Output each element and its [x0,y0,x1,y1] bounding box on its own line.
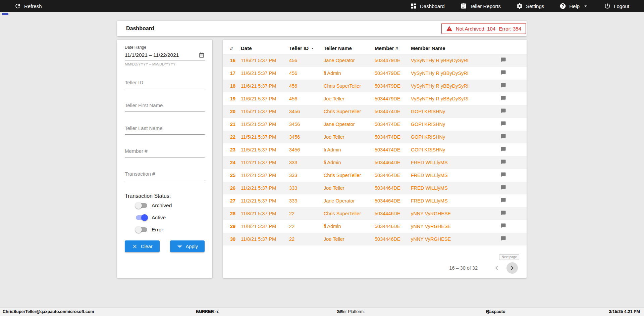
table-row[interactable]: 25 11/2/21 5:37 PM 333 Chris SuperTeller… [223,169,527,182]
note-icon[interactable] [500,95,506,101]
table-row[interactable]: 27 11/2/21 5:37 PM 333 Jane Operator 503… [223,194,527,207]
row-member-number: 5034446DE [375,233,411,245]
table-row[interactable]: 19 11/6/21 5:37 PM 456 Joe Teller 503447… [223,92,527,105]
toggle-active[interactable]: Active [125,212,205,223]
note-icon[interactable] [500,236,506,241]
row-teller-name: Jane Operator [324,194,375,207]
row-teller-id: 333 [289,182,324,194]
transaction-status-label: Transaction Status: [125,193,205,199]
row-member-number: 5034446DE [375,207,411,220]
row-member-number: 5034464DE [375,169,411,182]
row-number: 21 [223,118,241,131]
row-member-name: GOPI KRISHNy [411,131,500,143]
table-row[interactable]: 21 11/5/21 5:37 PM 3456 Jane Operator 50… [223,118,527,131]
sort-arrow-icon[interactable] [309,45,316,51]
chevron-right-icon [508,264,517,272]
table-row[interactable]: 28 11/8/21 5:37 PM 22 Chris SuperTeller … [223,207,527,220]
calendar-icon[interactable] [199,52,205,58]
archived-switch[interactable] [136,203,147,208]
table-row[interactable]: 29 11/8/21 5:37 PM 22 fi Admin 5034446DE… [223,220,527,233]
page-title: Dashboard [126,26,154,32]
nav-dashboard[interactable]: Dashboard [408,2,446,10]
note-icon[interactable] [500,121,506,127]
row-number: 19 [223,92,241,105]
active-switch[interactable] [136,215,147,220]
date-range-value: 11/1/2021 – 11/22/2021 [125,52,179,58]
note-icon[interactable] [500,57,506,63]
row-date: 11/2/21 5:37 PM [241,182,289,194]
row-member-name: FRED WILLlyMS [411,156,500,169]
table-row[interactable]: 26 11/2/21 5:37 PM 333 Joe Teller 503446… [223,182,527,194]
table-row[interactable]: 18 11/6/21 5:37 PM 456 Chris SuperTeller… [223,80,527,92]
row-teller-name: Chris SuperTeller [324,105,375,118]
column-header-member-name[interactable]: Member Name [411,43,500,54]
column-header-member-number[interactable]: Member # [375,43,411,54]
apply-button[interactable]: Apply [170,240,205,252]
column-header-teller-id-label: Teller ID [289,45,309,51]
row-member-name: VySyNTHy R yBByDySyRI [411,67,500,80]
column-header-teller-name[interactable]: Teller Name [324,43,375,54]
row-member-number: 5034464DE [375,156,411,169]
row-teller-id: 22 [289,233,324,245]
table-row[interactable]: 17 11/6/21 5:37 PM 456 fi Admin 5034479D… [223,67,527,80]
row-note-cell [500,194,527,207]
next-page-button[interactable] [506,262,518,274]
table-row[interactable]: 30 11/8/21 5:37 PM 22 Joe Teller 5034446… [223,233,527,245]
transaction-number-input[interactable] [125,168,205,180]
row-teller-name: Joe Teller [324,182,375,194]
nav-logout[interactable]: Logout [602,2,631,10]
note-icon[interactable] [500,108,506,114]
nav-settings[interactable]: Settings [514,2,546,10]
toggle-archived[interactable]: Archived [125,200,205,211]
column-header-teller-id[interactable]: Teller ID [289,43,324,54]
row-note-cell [500,143,527,156]
teller-first-name-input[interactable] [125,100,205,112]
column-header-date[interactable]: Date [241,43,289,54]
error-switch[interactable] [136,227,147,232]
note-icon[interactable] [500,159,506,165]
note-icon[interactable] [500,70,506,76]
row-note-cell [500,80,527,92]
filter-panel: Date Range 11/1/2021 – 11/22/2021 MM/DD/… [117,40,212,278]
table-row[interactable]: 23 11/5/21 5:37 PM 3456 fi Admin 5034474… [223,143,527,156]
nav-teller-reports[interactable]: Teller Reports [458,2,503,10]
row-teller-name: fi Admin [324,143,375,156]
table-row[interactable]: 24 11/2/21 5:37 PM 333 fi Admin 5034464D… [223,156,527,169]
refresh-label: Refresh [24,3,42,9]
note-icon[interactable] [500,185,506,190]
row-note-cell [500,233,527,245]
table-row[interactable]: 16 11/6/21 5:37 PM 456 Jane Operator 503… [223,54,527,67]
table-row[interactable]: 20 11/5/21 5:37 PM 3456 Chris SuperTelle… [223,105,527,118]
member-number-input[interactable] [125,145,205,157]
note-icon[interactable] [500,210,506,216]
transactions-table-card: # Date Teller ID Teller Name Member # Me… [223,40,527,278]
row-date: 11/5/21 5:37 PM [241,143,289,156]
note-icon[interactable] [500,172,506,178]
refresh-button[interactable]: Refresh [12,2,44,10]
row-note-cell [500,67,527,80]
date-range-input[interactable]: 11/1/2021 – 11/22/2021 [125,50,205,60]
row-date: 11/2/21 5:37 PM [241,194,289,207]
switch-thumb [141,214,148,221]
teller-id-input[interactable] [125,77,205,89]
toggle-error[interactable]: Error [125,224,205,235]
row-teller-id: 3456 [289,143,324,156]
row-number: 20 [223,105,241,118]
note-icon[interactable] [500,134,506,139]
row-member-name: VySyNTHy R yBByDySyRI [411,54,500,67]
note-icon[interactable] [500,197,506,203]
note-icon[interactable] [500,146,506,152]
column-header-number[interactable]: # [223,43,241,54]
table-row[interactable]: 22 11/5/21 5:37 PM 3456 Joe Teller 50344… [223,131,527,143]
teller-last-name-input[interactable] [125,123,205,135]
date-range-helper: MM/DD/YYYY – MM/DD/YYYY [125,62,205,66]
previous-page-button[interactable] [492,264,501,272]
note-icon[interactable] [500,223,506,229]
app-window: Refresh Dashboard Teller Reports Setting… [0,0,644,316]
clear-button[interactable]: Clear [125,240,160,252]
nav-help[interactable]: Help [557,2,591,10]
row-member-number: 5034479DE [375,67,411,80]
note-icon[interactable] [500,83,506,88]
row-member-number: 5034464DE [375,182,411,194]
row-member-name: GOPI KRISHNy [411,118,500,131]
